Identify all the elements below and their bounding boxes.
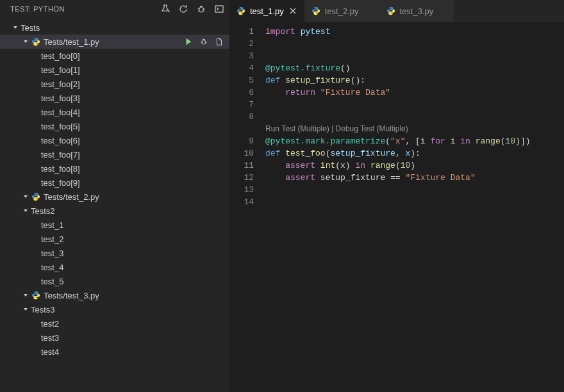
panel-header: TEST: PYTHON bbox=[0, 0, 229, 18]
chevron-down-icon bbox=[21, 304, 31, 314]
chevron-down-icon bbox=[31, 276, 41, 286]
test-explorer-panel: TEST: PYTHON TestsTests/test_1.pytest_fo… bbox=[0, 0, 229, 392]
chevron-down-icon bbox=[31, 79, 41, 89]
code-line[interactable] bbox=[265, 196, 564, 208]
tree-item-label: test_foo[1] bbox=[41, 65, 229, 75]
tree-item-label: test4 bbox=[41, 347, 229, 357]
debug-icon[interactable] bbox=[199, 37, 209, 47]
tree-file[interactable]: Tests/test_2.py bbox=[0, 190, 229, 204]
tree-item-label: test_2 bbox=[41, 234, 229, 244]
tree-file[interactable]: Tests/test_3.py bbox=[0, 288, 229, 302]
chevron-down-icon bbox=[31, 65, 41, 75]
chevron-down-icon bbox=[31, 220, 41, 230]
chevron-down-icon bbox=[31, 121, 41, 131]
code-area[interactable]: import pytest @pytest.fixture()def setup… bbox=[265, 26, 564, 392]
chevron-down-icon bbox=[31, 135, 41, 145]
python-file-icon bbox=[311, 6, 321, 16]
tree-item-label: test_foo[3] bbox=[41, 94, 229, 103]
refresh-icon[interactable] bbox=[178, 4, 188, 14]
tree-test-item[interactable]: test_1 bbox=[0, 218, 229, 232]
close-icon[interactable] bbox=[288, 6, 298, 16]
chevron-down-icon bbox=[21, 206, 31, 216]
debug-all-icon[interactable] bbox=[196, 4, 206, 14]
tree-test-item[interactable]: test_4 bbox=[0, 260, 229, 274]
tree-folder[interactable]: Tests2 bbox=[0, 204, 229, 218]
tree-item-label: test_foo[6] bbox=[41, 136, 229, 145]
tree-test-item[interactable]: test_2 bbox=[0, 232, 229, 246]
tree-item-label: Tests/test_1.py bbox=[44, 37, 183, 47]
editor-tab[interactable]: test_2.py bbox=[304, 0, 379, 22]
code-line[interactable]: import pytest bbox=[265, 26, 564, 38]
chevron-down-icon bbox=[31, 107, 41, 117]
tree-test-item[interactable]: test2 bbox=[0, 316, 229, 331]
chevron-down-icon bbox=[31, 234, 41, 244]
test-tree[interactable]: TestsTests/test_1.pytest_foo[0]test_foo[… bbox=[0, 18, 229, 392]
svg-rect-7 bbox=[215, 6, 223, 12]
editor-group: test_1.pytest_2.pytest_3.py 123456789101… bbox=[229, 0, 564, 392]
open-file-icon[interactable] bbox=[214, 37, 224, 47]
tree-test-item[interactable]: test4 bbox=[0, 345, 229, 359]
chevron-down-icon bbox=[21, 290, 31, 300]
line-number-gutter: 1234567891011121314 bbox=[229, 26, 265, 392]
tree-test-item[interactable]: test_foo[6] bbox=[0, 133, 229, 147]
code-line[interactable]: def setup_fixture(): bbox=[265, 74, 564, 86]
code-line[interactable]: assert int(x) in range(10) bbox=[265, 159, 564, 172]
svg-line-12 bbox=[206, 44, 206, 44]
codelens[interactable]: Run Test (Multiple) | Debug Test (Multip… bbox=[265, 123, 564, 135]
code-line[interactable] bbox=[265, 50, 564, 62]
chevron-down-icon bbox=[31, 332, 41, 343]
tree-test-item[interactable]: test_foo[9] bbox=[0, 176, 229, 190]
code-line[interactable] bbox=[265, 184, 564, 196]
tree-folder[interactable]: Tests3 bbox=[0, 302, 229, 316]
tree-item-label: test_foo[8] bbox=[41, 164, 229, 174]
tree-test-item[interactable]: test_foo[7] bbox=[0, 147, 229, 161]
tree-item-label: test_foo[2] bbox=[41, 79, 229, 89]
tree-test-item[interactable]: test_foo[1] bbox=[0, 63, 229, 77]
tree-test-item[interactable]: test_foo[3] bbox=[0, 91, 229, 105]
tree-item-label: Tests3 bbox=[31, 305, 229, 314]
chevron-down-icon bbox=[31, 163, 41, 174]
tree-item-label: test_foo[4] bbox=[41, 108, 229, 117]
tree-test-item[interactable]: test_foo[5] bbox=[0, 119, 229, 133]
tree-test-item[interactable]: test_foo[0] bbox=[0, 49, 229, 63]
editor-tab[interactable]: test_1.py bbox=[229, 0, 304, 22]
run-icon[interactable] bbox=[183, 37, 194, 47]
svg-line-11 bbox=[201, 44, 202, 44]
editor-tab[interactable]: test_3.py bbox=[379, 0, 454, 22]
code-line[interactable]: @pytest.mark.parametrize("x", [i for i i… bbox=[265, 135, 564, 147]
tree-test-item[interactable]: test_foo[4] bbox=[0, 105, 229, 119]
python-file-icon bbox=[236, 6, 246, 16]
discover-tests-icon[interactable] bbox=[160, 4, 170, 14]
tree-root-tests[interactable]: Tests bbox=[0, 20, 229, 35]
code-line[interactable] bbox=[265, 99, 564, 111]
tree-item-label: Tests2 bbox=[31, 206, 229, 216]
tree-item-label: test3 bbox=[41, 333, 229, 343]
chevron-down-icon bbox=[21, 192, 31, 202]
code-line[interactable] bbox=[265, 38, 564, 50]
tree-test-item[interactable]: test_3 bbox=[0, 246, 229, 260]
tree-test-item[interactable]: test3 bbox=[0, 331, 229, 345]
panel-header-actions bbox=[160, 4, 224, 14]
panel-title: TEST: PYTHON bbox=[10, 5, 65, 13]
tree-item-actions bbox=[183, 37, 229, 47]
chevron-down-icon bbox=[31, 149, 41, 159]
tree-item-label: test_4 bbox=[41, 263, 229, 272]
tree-test-item[interactable]: test_foo[2] bbox=[0, 77, 229, 91]
tree-file[interactable]: Tests/test_1.py bbox=[0, 35, 229, 49]
chevron-down-icon bbox=[31, 318, 41, 329]
editor-body[interactable]: 1234567891011121314 import pytest @pytes… bbox=[229, 22, 564, 392]
tree-test-item[interactable]: test_5 bbox=[0, 274, 229, 288]
chevron-down-icon bbox=[31, 248, 41, 258]
chevron-down-icon bbox=[31, 347, 41, 357]
code-line[interactable]: @pytest.fixture() bbox=[265, 62, 564, 74]
svg-line-3 bbox=[198, 11, 199, 12]
python-file-icon bbox=[386, 6, 396, 16]
show-output-icon[interactable] bbox=[214, 4, 224, 14]
chevron-down-icon bbox=[31, 177, 41, 188]
tree-item-label: test_foo[9] bbox=[41, 178, 229, 188]
code-line[interactable] bbox=[265, 111, 564, 123]
code-line[interactable]: assert setup_fixture == "Fixture Data" bbox=[265, 172, 564, 184]
tree-test-item[interactable]: test_foo[8] bbox=[0, 161, 229, 176]
code-line[interactable]: def test_foo(setup_fixture, x): bbox=[265, 147, 564, 159]
code-line[interactable]: return "Fixture Data" bbox=[265, 86, 564, 99]
